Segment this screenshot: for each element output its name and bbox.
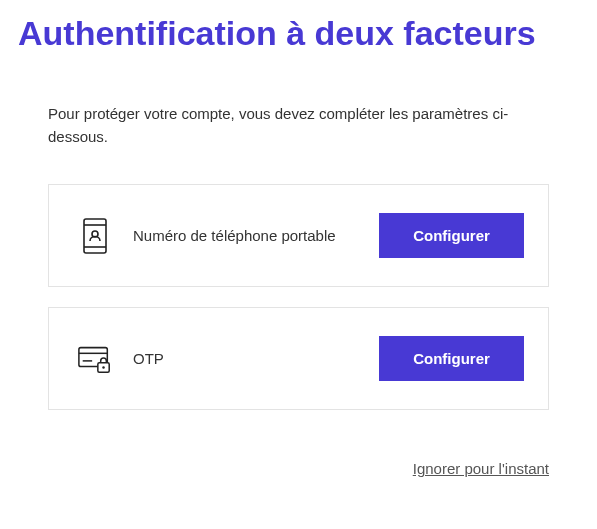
phone-icon: [77, 218, 113, 254]
content-area: Pour protéger votre compte, vous devez c…: [0, 63, 597, 410]
method-phone-label: Numéro de téléphone portable: [133, 227, 336, 244]
page-title: Authentification à deux facteurs: [0, 0, 597, 63]
skip-row: Ignorer pour l'instant: [0, 430, 597, 478]
intro-text: Pour protéger votre compte, vous devez c…: [48, 103, 549, 148]
skip-link[interactable]: Ignorer pour l'instant: [413, 460, 549, 477]
otp-card-lock-icon: [77, 341, 113, 377]
method-otp-label: OTP: [133, 350, 164, 367]
configure-otp-button[interactable]: Configurer: [379, 336, 524, 381]
configure-phone-button[interactable]: Configurer: [379, 213, 524, 258]
method-phone-left: Numéro de téléphone portable: [77, 218, 336, 254]
method-phone-card: Numéro de téléphone portable Configurer: [48, 184, 549, 287]
method-otp-card: OTP Configurer: [48, 307, 549, 410]
method-otp-left: OTP: [77, 341, 164, 377]
svg-point-8: [102, 366, 104, 368]
